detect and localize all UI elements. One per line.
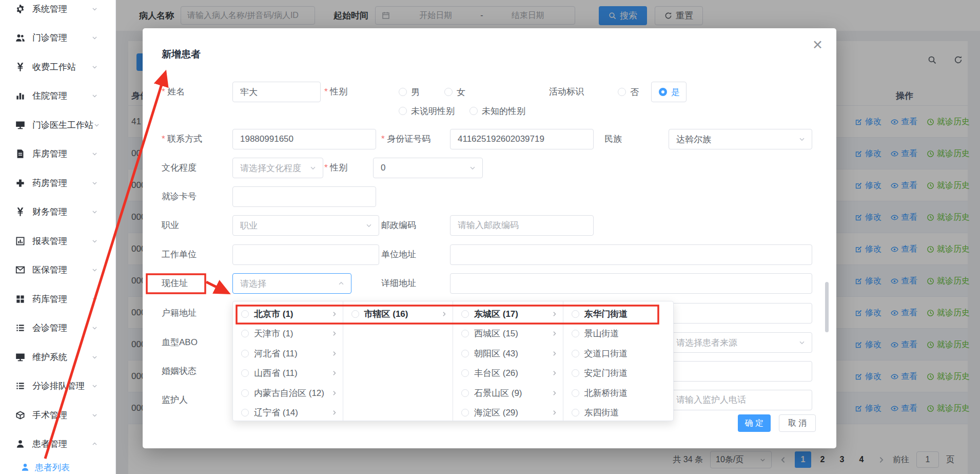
chevron-down-icon <box>91 6 98 12</box>
sidebar-item-1[interactable]: 系统管理 <box>0 0 115 24</box>
sidebar-item-6[interactable]: 库房管理 <box>0 140 115 169</box>
active-flag-label: 活动标识 <box>549 82 584 102</box>
ethnicity-select[interactable]: 达斡尔族 <box>669 129 812 149</box>
close-icon[interactable]: ✕ <box>812 39 823 51</box>
marital-status-label: 婚姻状态 <box>162 361 197 382</box>
card-number-input[interactable] <box>232 186 376 207</box>
cascader-option[interactable]: 东华门街道 <box>563 304 674 324</box>
sidebar-item-5[interactable]: 门诊医生工作站 <box>0 110 115 140</box>
cascader-option[interactable]: 交道口街道 <box>563 344 674 364</box>
people-icon <box>15 33 25 43</box>
radio-icon <box>444 88 453 96</box>
current-address-placeholder: 请选择 <box>240 278 338 290</box>
sidebar-item-12[interactable]: 会诊管理 <box>0 314 115 343</box>
gender2-value: 0 <box>381 163 469 173</box>
marital-right-input[interactable] <box>669 361 812 382</box>
sidebar-item-3[interactable]: 收费工作站 <box>0 52 115 82</box>
cascader-option[interactable]: 海淀区 (29) <box>453 403 563 421</box>
id-number-input[interactable] <box>450 129 594 149</box>
gender-option[interactable]: 男 <box>399 82 420 102</box>
cascader-option[interactable]: 景山街道 <box>563 324 674 344</box>
sidebar-item-2[interactable]: 门诊管理 <box>0 24 115 53</box>
cascader-option[interactable]: 朝阳区 (43) <box>453 344 563 364</box>
detail-address-input[interactable] <box>450 273 812 294</box>
cascader-option-label: 山西省 (11) <box>254 367 298 379</box>
work-address-input[interactable] <box>450 244 812 265</box>
sidebar-item-10[interactable]: 医保管理 <box>0 256 115 285</box>
sidebar-item-16[interactable]: 患者管理 <box>0 430 115 459</box>
confirm-button[interactable]: 确 定 <box>738 414 771 432</box>
sidebar-item-13[interactable]: 维护系统 <box>0 343 115 372</box>
chevron-down-icon <box>91 267 98 273</box>
cascader-option[interactable]: 北新桥街道 <box>563 383 674 403</box>
cascader-option[interactable]: 市辖区 (16) <box>343 304 453 324</box>
radio-icon <box>461 330 469 337</box>
chevron-down-icon <box>309 164 317 172</box>
cascader-option[interactable]: 西城区 (15) <box>453 324 563 344</box>
radio-icon <box>399 88 407 96</box>
sidebar-item-8[interactable]: 财务管理 <box>0 198 115 227</box>
name-input[interactable] <box>232 82 321 102</box>
occupation-select[interactable]: 职业 <box>232 215 379 236</box>
work-unit-input[interactable] <box>232 244 379 265</box>
chevron-up-icon <box>338 280 345 287</box>
cascader-option[interactable]: 东城区 (17) <box>453 304 563 324</box>
chevron-right-icon <box>331 409 338 416</box>
gender-option[interactable]: 未知的性别 <box>469 101 525 121</box>
cascader-option[interactable]: 北京市 (1) <box>233 304 343 324</box>
cascader-option-label: 东四街道 <box>584 407 619 419</box>
chevron-down-icon <box>309 164 317 172</box>
chevron-right-icon <box>551 390 558 396</box>
sidebar-menu: 系统管理门诊管理收费工作站住院管理门诊医生工作站库房管理药房管理财务管理报表管理… <box>0 0 115 459</box>
sidebar-item-15[interactable]: 手术管理 <box>0 401 115 430</box>
radio-icon <box>572 409 579 416</box>
cascader-option[interactable]: 辽宁省 (14) <box>233 403 343 421</box>
cascader-option[interactable]: 河北省 (11) <box>233 344 343 364</box>
active-flag-option[interactable]: 否 <box>618 82 639 102</box>
gender2-select[interactable]: 0 <box>373 158 483 178</box>
card-number-label: 就诊卡号 <box>162 186 197 207</box>
modal-scrollbar[interactable] <box>825 282 829 332</box>
sidebar-item-11[interactable]: 药库管理 <box>0 285 115 314</box>
cascader-option-label: 朝阳区 (43) <box>474 348 518 359</box>
chevron-right-icon <box>551 311 558 317</box>
sidebar-item-14[interactable]: 分诊排队管理 <box>0 372 115 401</box>
sidebar: 系统管理门诊管理收费工作站住院管理门诊医生工作站库房管理药房管理财务管理报表管理… <box>0 0 116 474</box>
sidebar-item-patient-list[interactable]: 患者列表 <box>0 459 115 474</box>
contact-input[interactable] <box>232 129 376 149</box>
sidebar-item-9[interactable]: 报表管理 <box>0 226 115 256</box>
postal-input[interactable] <box>450 215 594 236</box>
name-label: 姓名 <box>162 82 185 102</box>
sidebar-item-7[interactable]: 药房管理 <box>0 168 115 198</box>
chevron-right-icon <box>551 390 558 396</box>
radio-label: 女 <box>457 86 465 98</box>
chevron-down-icon <box>91 383 105 389</box>
chevron-right-icon <box>441 311 447 317</box>
current-address-select[interactable]: 请选择 <box>232 273 351 294</box>
chevron-down-icon <box>91 208 98 215</box>
cascader-option[interactable]: 天津市 (1) <box>233 324 343 344</box>
chevron-right-icon <box>551 330 558 337</box>
sidebar-item-4[interactable]: 住院管理 <box>0 82 115 111</box>
cascader-option[interactable]: 东四街道 <box>563 403 674 421</box>
chevron-right-icon <box>331 390 338 396</box>
person-icon <box>21 463 30 472</box>
gender-option[interactable]: 未说明性别 <box>399 101 455 121</box>
cascader-option[interactable]: 山西省 (11) <box>233 364 343 384</box>
cascader-option[interactable]: 安定门街道 <box>563 364 674 384</box>
chevron-right-icon <box>551 409 558 416</box>
active-flag-option[interactable]: 是 <box>651 82 687 102</box>
chevron-down-icon <box>91 354 105 361</box>
guardian-phone-input[interactable] <box>669 390 812 410</box>
cascader-option[interactable]: 丰台区 (26) <box>453 364 563 384</box>
chevron-down-icon <box>91 150 98 157</box>
cascader-option[interactable]: 内蒙古自治区 (12) <box>233 383 343 403</box>
chevron-down-icon <box>93 122 107 128</box>
mail-icon <box>15 265 25 275</box>
cancel-button[interactable]: 取 消 <box>779 414 816 432</box>
education-select[interactable]: 请选择文化程度 <box>232 158 323 178</box>
patient-source-select[interactable]: 请选择患者来源 <box>669 332 812 353</box>
sidebar-item-label: 药库管理 <box>32 293 67 305</box>
cascader-option[interactable]: 石景山区 (9) <box>453 383 563 403</box>
gender-option[interactable]: 女 <box>444 82 465 102</box>
